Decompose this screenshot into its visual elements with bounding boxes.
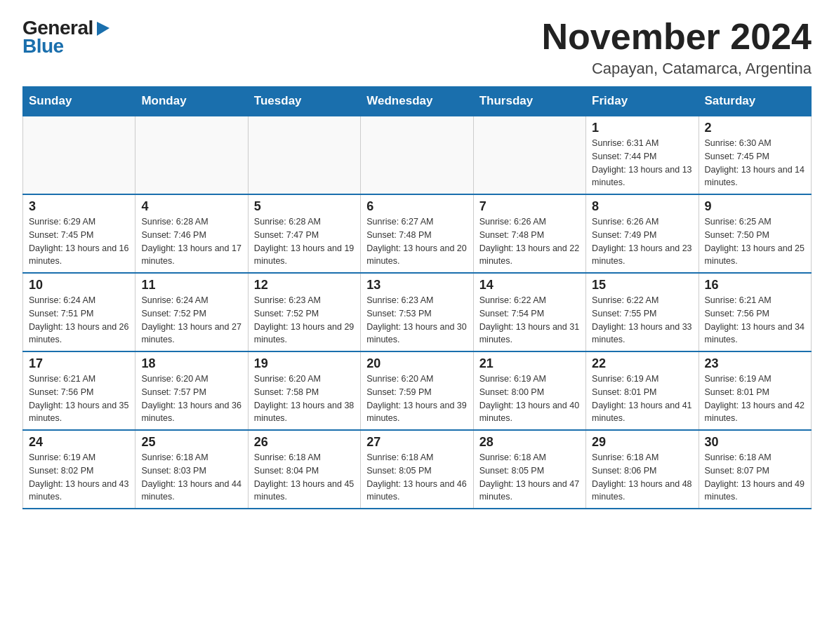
calendar-week-3: 10Sunrise: 6:24 AM Sunset: 7:51 PM Dayli… xyxy=(23,273,812,351)
day-number-12: 12 xyxy=(254,278,355,293)
calendar-cell-3-3: 12Sunrise: 6:23 AM Sunset: 7:52 PM Dayli… xyxy=(248,273,360,351)
calendar-week-5: 24Sunrise: 6:19 AM Sunset: 8:02 PM Dayli… xyxy=(23,430,812,509)
calendar-week-4: 17Sunrise: 6:21 AM Sunset: 7:56 PM Dayli… xyxy=(23,351,812,430)
day-info-24: Sunrise: 6:19 AM Sunset: 8:02 PM Dayligh… xyxy=(29,451,129,504)
logo: General Blue xyxy=(22,17,111,58)
day-info-8: Sunrise: 6:26 AM Sunset: 7:49 PM Dayligh… xyxy=(592,215,692,268)
day-info-29: Sunrise: 6:18 AM Sunset: 8:06 PM Dayligh… xyxy=(592,451,692,504)
calendar-cell-4-6: 22Sunrise: 6:19 AM Sunset: 8:01 PM Dayli… xyxy=(586,351,699,430)
calendar-cell-1-4 xyxy=(361,116,473,194)
day-number-8: 8 xyxy=(592,199,692,214)
calendar-cell-1-6: 1Sunrise: 6:31 AM Sunset: 7:44 PM Daylig… xyxy=(586,116,699,194)
calendar-cell-1-7: 2Sunrise: 6:30 AM Sunset: 7:45 PM Daylig… xyxy=(699,116,811,194)
page-header: General Blue November 2024 Capayan, Cata… xyxy=(22,17,812,78)
day-number-26: 26 xyxy=(254,435,355,450)
day-number-19: 19 xyxy=(254,356,355,371)
calendar-week-1: 1Sunrise: 6:31 AM Sunset: 7:44 PM Daylig… xyxy=(23,116,812,194)
day-info-14: Sunrise: 6:22 AM Sunset: 7:54 PM Dayligh… xyxy=(479,294,580,347)
calendar-cell-1-5 xyxy=(473,116,585,194)
day-info-13: Sunrise: 6:23 AM Sunset: 7:53 PM Dayligh… xyxy=(366,294,467,347)
header-friday: Friday xyxy=(586,87,699,116)
day-number-24: 24 xyxy=(29,435,129,450)
calendar-cell-4-3: 19Sunrise: 6:20 AM Sunset: 7:58 PM Dayli… xyxy=(248,351,360,430)
header-sunday: Sunday xyxy=(23,87,135,116)
calendar-cell-5-3: 26Sunrise: 6:18 AM Sunset: 8:04 PM Dayli… xyxy=(248,430,360,509)
day-info-28: Sunrise: 6:18 AM Sunset: 8:05 PM Dayligh… xyxy=(479,451,580,504)
calendar-cell-5-7: 30Sunrise: 6:18 AM Sunset: 8:07 PM Dayli… xyxy=(699,430,811,509)
svg-marker-0 xyxy=(97,22,110,36)
month-title: November 2024 xyxy=(542,17,812,57)
day-number-4: 4 xyxy=(141,199,241,214)
logo-triangle-icon xyxy=(95,20,111,36)
day-number-5: 5 xyxy=(254,199,355,214)
day-info-6: Sunrise: 6:27 AM Sunset: 7:48 PM Dayligh… xyxy=(366,215,467,268)
calendar-cell-1-2 xyxy=(135,116,248,194)
day-number-22: 22 xyxy=(592,356,692,371)
day-info-25: Sunrise: 6:18 AM Sunset: 8:03 PM Dayligh… xyxy=(141,451,241,504)
day-info-1: Sunrise: 6:31 AM Sunset: 7:44 PM Dayligh… xyxy=(592,137,692,189)
calendar-cell-2-7: 9Sunrise: 6:25 AM Sunset: 7:50 PM Daylig… xyxy=(699,194,811,273)
day-number-29: 29 xyxy=(592,435,692,450)
day-number-27: 27 xyxy=(366,435,467,450)
day-number-18: 18 xyxy=(141,356,241,371)
location-subtitle: Capayan, Catamarca, Argentina xyxy=(542,60,812,78)
title-section: November 2024 Capayan, Catamarca, Argent… xyxy=(542,17,812,78)
day-info-15: Sunrise: 6:22 AM Sunset: 7:55 PM Dayligh… xyxy=(592,294,692,347)
calendar-cell-4-4: 20Sunrise: 6:20 AM Sunset: 7:59 PM Dayli… xyxy=(361,351,473,430)
calendar-cell-3-1: 10Sunrise: 6:24 AM Sunset: 7:51 PM Dayli… xyxy=(23,273,135,351)
day-info-23: Sunrise: 6:19 AM Sunset: 8:01 PM Dayligh… xyxy=(705,373,805,425)
day-number-10: 10 xyxy=(29,278,129,293)
calendar-cell-2-3: 5Sunrise: 6:28 AM Sunset: 7:47 PM Daylig… xyxy=(248,194,360,273)
calendar-cell-1-3 xyxy=(248,116,360,194)
day-info-26: Sunrise: 6:18 AM Sunset: 8:04 PM Dayligh… xyxy=(254,451,355,504)
day-info-27: Sunrise: 6:18 AM Sunset: 8:05 PM Dayligh… xyxy=(366,451,467,504)
day-number-11: 11 xyxy=(141,278,241,293)
calendar-cell-4-7: 23Sunrise: 6:19 AM Sunset: 8:01 PM Dayli… xyxy=(699,351,811,430)
calendar-cell-3-7: 16Sunrise: 6:21 AM Sunset: 7:56 PM Dayli… xyxy=(699,273,811,351)
calendar-cell-2-6: 8Sunrise: 6:26 AM Sunset: 7:49 PM Daylig… xyxy=(586,194,699,273)
day-info-18: Sunrise: 6:20 AM Sunset: 7:57 PM Dayligh… xyxy=(141,373,241,425)
calendar-cell-3-4: 13Sunrise: 6:23 AM Sunset: 7:53 PM Dayli… xyxy=(361,273,473,351)
calendar-cell-3-2: 11Sunrise: 6:24 AM Sunset: 7:52 PM Dayli… xyxy=(135,273,248,351)
header-saturday: Saturday xyxy=(699,87,811,116)
calendar-cell-4-2: 18Sunrise: 6:20 AM Sunset: 7:57 PM Dayli… xyxy=(135,351,248,430)
calendar-cell-5-1: 24Sunrise: 6:19 AM Sunset: 8:02 PM Dayli… xyxy=(23,430,135,509)
calendar-cell-3-5: 14Sunrise: 6:22 AM Sunset: 7:54 PM Dayli… xyxy=(473,273,585,351)
day-number-3: 3 xyxy=(29,199,129,214)
day-info-17: Sunrise: 6:21 AM Sunset: 7:56 PM Dayligh… xyxy=(29,373,129,425)
calendar-week-2: 3Sunrise: 6:29 AM Sunset: 7:45 PM Daylig… xyxy=(23,194,812,273)
day-number-16: 16 xyxy=(705,278,805,293)
calendar-cell-2-4: 6Sunrise: 6:27 AM Sunset: 7:48 PM Daylig… xyxy=(361,194,473,273)
calendar-cell-5-5: 28Sunrise: 6:18 AM Sunset: 8:05 PM Dayli… xyxy=(473,430,585,509)
day-info-16: Sunrise: 6:21 AM Sunset: 7:56 PM Dayligh… xyxy=(705,294,805,347)
calendar-cell-1-1 xyxy=(23,116,135,194)
calendar-cell-2-2: 4Sunrise: 6:28 AM Sunset: 7:46 PM Daylig… xyxy=(135,194,248,273)
day-number-25: 25 xyxy=(141,435,241,450)
day-info-21: Sunrise: 6:19 AM Sunset: 8:00 PM Dayligh… xyxy=(479,373,580,425)
day-info-19: Sunrise: 6:20 AM Sunset: 7:58 PM Dayligh… xyxy=(254,373,355,425)
day-number-2: 2 xyxy=(705,121,805,135)
day-info-5: Sunrise: 6:28 AM Sunset: 7:47 PM Dayligh… xyxy=(254,215,355,268)
day-number-7: 7 xyxy=(479,199,580,214)
day-number-30: 30 xyxy=(705,435,805,450)
day-info-12: Sunrise: 6:23 AM Sunset: 7:52 PM Dayligh… xyxy=(254,294,355,347)
day-number-13: 13 xyxy=(366,278,467,293)
day-number-28: 28 xyxy=(479,435,580,450)
day-number-20: 20 xyxy=(366,356,467,371)
day-number-14: 14 xyxy=(479,278,580,293)
calendar-cell-5-4: 27Sunrise: 6:18 AM Sunset: 8:05 PM Dayli… xyxy=(361,430,473,509)
calendar-cell-5-6: 29Sunrise: 6:18 AM Sunset: 8:06 PM Dayli… xyxy=(586,430,699,509)
day-info-20: Sunrise: 6:20 AM Sunset: 7:59 PM Dayligh… xyxy=(366,373,467,425)
calendar-cell-4-5: 21Sunrise: 6:19 AM Sunset: 8:00 PM Dayli… xyxy=(473,351,585,430)
calendar-cell-3-6: 15Sunrise: 6:22 AM Sunset: 7:55 PM Dayli… xyxy=(586,273,699,351)
day-number-6: 6 xyxy=(366,199,467,214)
day-number-9: 9 xyxy=(705,199,805,214)
day-info-10: Sunrise: 6:24 AM Sunset: 7:51 PM Dayligh… xyxy=(29,294,129,347)
header-wednesday: Wednesday xyxy=(361,87,473,116)
day-number-15: 15 xyxy=(592,278,692,293)
logo-blue-text: Blue xyxy=(22,35,64,58)
calendar-cell-2-1: 3Sunrise: 6:29 AM Sunset: 7:45 PM Daylig… xyxy=(23,194,135,273)
day-number-21: 21 xyxy=(479,356,580,371)
day-number-1: 1 xyxy=(592,121,692,135)
day-info-7: Sunrise: 6:26 AM Sunset: 7:48 PM Dayligh… xyxy=(479,215,580,268)
